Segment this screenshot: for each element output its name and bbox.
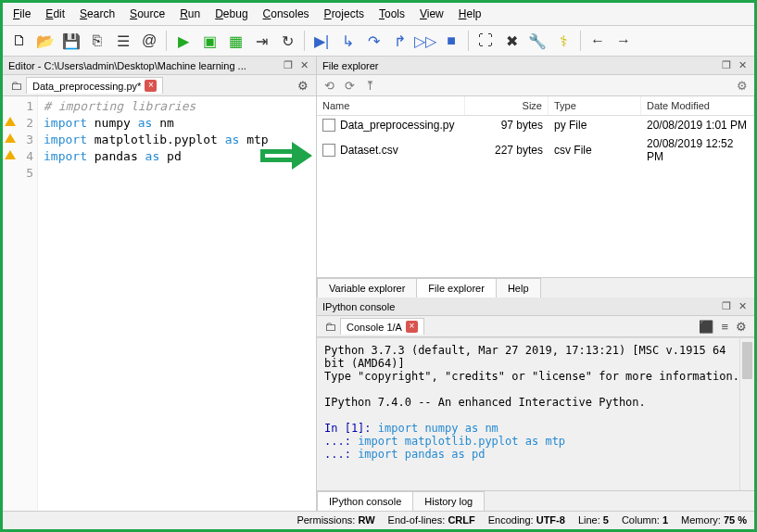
debug-step-icon[interactable]: ▶| <box>310 30 333 52</box>
new-file-icon[interactable]: 🗋 <box>8 30 31 52</box>
list-icon[interactable]: ☰ <box>112 30 134 52</box>
tab-ipython-console[interactable]: IPython console <box>317 491 413 511</box>
save-icon[interactable]: 💾 <box>60 30 82 52</box>
menu-consoles[interactable]: Consoles <box>257 5 316 23</box>
console-code: import matplotlib.pyplot as mtp <box>351 435 565 448</box>
console-inspect-icon[interactable]: ≡ <box>717 320 732 334</box>
nav-forward-icon[interactable]: ⟳ <box>341 77 358 94</box>
console-interrupt-icon[interactable]: ⬛ <box>695 320 717 334</box>
file-nav: ⟲ ⟳ ⤒ ⚙ <box>317 75 754 96</box>
col-date[interactable]: Date Modified <box>641 96 754 115</box>
menu-run[interactable]: Run <box>173 5 207 23</box>
python-icon[interactable]: ⚕ <box>552 30 574 52</box>
at-icon[interactable]: @ <box>138 30 160 52</box>
status-column: Column: 1 <box>622 514 668 526</box>
menu-projects[interactable]: Projects <box>318 5 371 23</box>
run-cell-advance-icon[interactable]: ▦ <box>224 30 246 52</box>
editor-options-icon[interactable]: ⚙ <box>294 79 312 93</box>
console-undock-icon[interactable]: ❐ <box>720 300 733 312</box>
col-type[interactable]: Type <box>549 96 641 115</box>
file-icon <box>322 119 335 132</box>
fe-options-icon[interactable]: ⚙ <box>734 77 751 94</box>
back-icon[interactable]: ← <box>587 30 609 52</box>
console-output[interactable]: Python 3.7.3 (default, Mar 27 2019, 17:1… <box>317 337 754 490</box>
console-prompt: ...: <box>324 448 351 461</box>
editor-undock-icon[interactable]: ❐ <box>282 59 295 71</box>
debug-over-icon[interactable]: ↷ <box>362 30 385 52</box>
tab-variable-explorer[interactable]: Variable explorer <box>317 278 417 298</box>
console-title-label: IPython console <box>322 301 395 312</box>
console-code: import numpy as nm <box>372 422 498 435</box>
console-scrollbar[interactable] <box>739 338 754 490</box>
tab-help[interactable]: Help <box>496 278 541 298</box>
menu-help[interactable]: Help <box>452 5 488 23</box>
debug-out-icon[interactable]: ↱ <box>388 30 410 52</box>
menu-edit[interactable]: Edit <box>39 5 71 23</box>
console-options-icon[interactable]: ⚙ <box>732 320 751 334</box>
file-explorer-label: File explorer <box>322 60 379 71</box>
browse-tabs-icon[interactable]: 🗀 <box>6 79 26 93</box>
open-file-icon[interactable]: 📂 <box>34 30 57 52</box>
code-editor[interactable]: 12345 # importing librariesimport numpy … <box>3 96 316 511</box>
file-row[interactable]: Dataset.csv227 bytescsv File20/08/2019 1… <box>317 134 754 166</box>
editor-close-icon[interactable]: ✕ <box>298 59 310 71</box>
status-permissions: Permissions: RW <box>296 514 374 526</box>
nav-back-icon[interactable]: ⟲ <box>321 77 337 94</box>
tab-history-log[interactable]: History log <box>412 491 485 511</box>
tools-icon[interactable]: ✖ <box>500 30 523 52</box>
menu-tools[interactable]: Tools <box>372 5 411 23</box>
file-icon <box>322 144 335 157</box>
file-explorer-title: File explorer ❐✕ <box>317 57 754 75</box>
console-browse-icon[interactable]: 🗀 <box>321 320 340 334</box>
console-line: Python 3.7.3 (default, Mar 27 2019, 17:1… <box>324 344 747 370</box>
console-line: IPython 7.4.0 -- An enhanced Interactive… <box>324 396 747 409</box>
debug-continue-icon[interactable]: ▷▷ <box>414 30 436 52</box>
editor-tab[interactable]: Data_preprocessing.py* × <box>26 77 163 94</box>
run-cell-icon[interactable]: ▣ <box>198 30 221 52</box>
close-tab-icon[interactable]: × <box>145 80 157 92</box>
status-bar: Permissions: RW End-of-lines: CRLF Encod… <box>3 511 754 528</box>
fe-undock-icon[interactable]: ❐ <box>720 59 733 71</box>
fe-close-icon[interactable]: ✕ <box>737 59 749 71</box>
console-close-icon[interactable]: ✕ <box>737 300 749 312</box>
menu-bar: FileEditSearchSourceRunDebugConsolesProj… <box>3 3 754 26</box>
status-line: Line: 5 <box>578 514 609 526</box>
editor-path: Editor - C:\Users\admin\Desktop\Machine … <box>8 60 246 71</box>
forward-icon[interactable]: → <box>612 30 635 52</box>
menu-search[interactable]: Search <box>73 5 121 23</box>
arrow-annotation <box>260 145 314 169</box>
main-toolbar: 🗋 📂 💾 ⎘ ☰ @ ▶ ▣ ▦ ⇥ ↻ ▶| ↳ ↷ ↱ ▷▷ ■ ⛶ ✖ … <box>3 26 754 57</box>
file-row[interactable]: Data_preprocessing.py97 bytespy File20/0… <box>317 116 754 134</box>
console-bottom-tabs: IPython consoleHistory log <box>317 490 754 511</box>
console-tab-label: Console 1/A <box>347 322 402 333</box>
close-console-tab-icon[interactable]: × <box>406 321 418 333</box>
menu-debug[interactable]: Debug <box>208 5 254 23</box>
save-all-icon[interactable]: ⎘ <box>86 30 108 52</box>
tab-file-explorer[interactable]: File explorer <box>416 278 497 298</box>
console-tab[interactable]: Console 1/A × <box>340 318 424 335</box>
run-icon[interactable]: ▶ <box>172 30 195 52</box>
col-size[interactable]: Size <box>465 96 549 115</box>
console-pane-title: IPython console ❐✕ <box>317 298 754 316</box>
editor-tab-label: Data_preprocessing.py* <box>32 81 141 92</box>
console-line: Type "copyright", "credits" or "license"… <box>324 370 747 383</box>
menu-source[interactable]: Source <box>123 5 171 23</box>
debug-into-icon[interactable]: ↳ <box>336 30 359 52</box>
console-code: import pandas as pd <box>351 448 486 461</box>
col-name[interactable]: Name <box>317 96 465 115</box>
wrench-icon[interactable]: 🔧 <box>526 30 549 52</box>
console-prompt: In [1]: <box>324 422 372 435</box>
stop-icon[interactable]: ■ <box>440 30 462 52</box>
status-encoding: Encoding: UTF-8 <box>488 514 565 526</box>
status-eol: End-of-lines: CRLF <box>388 514 475 526</box>
run-line-icon[interactable]: ⇥ <box>250 30 272 52</box>
menu-file[interactable]: File <box>6 5 37 23</box>
rerun-icon[interactable]: ↻ <box>276 30 298 52</box>
explorer-tabs: Variable explorerFile explorerHelp <box>317 277 754 298</box>
nav-up-icon[interactable]: ⤒ <box>361 77 378 94</box>
file-list-header: Name Size Type Date Modified <box>317 96 754 116</box>
maximize-icon[interactable]: ⛶ <box>474 30 497 52</box>
console-prompt: ...: <box>324 435 351 448</box>
editor-pane-title: Editor - C:\Users\admin\Desktop\Machine … <box>3 57 316 75</box>
menu-view[interactable]: View <box>413 5 450 23</box>
